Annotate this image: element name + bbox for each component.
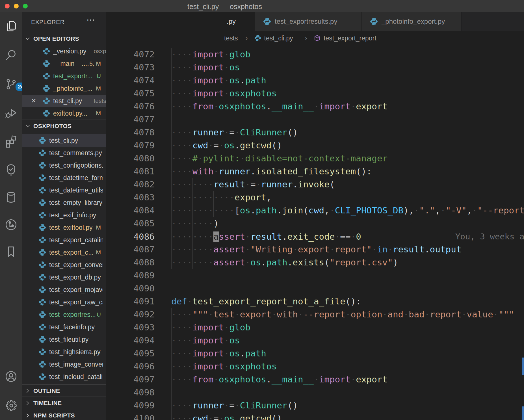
line-number: 4076 <box>106 100 155 112</box>
line-number: 4072 <box>106 48 155 60</box>
section-header-project[interactable]: OSXPHOTOS <box>22 120 106 132</box>
tree-item[interactable]: test_faceinfo.py <box>22 321 106 333</box>
gitlens-icon[interactable] <box>5 218 18 231</box>
code-line-4084[interactable]: 4084············[os.path.join(cwd,·CLI_P… <box>106 204 524 217</box>
explorer-more-actions-icon[interactable]: ⋯ <box>86 15 96 25</box>
extensions-icon[interactable] <box>5 135 18 148</box>
code-line-4099[interactable]: 4099····runner·=·CliRunner() <box>106 399 524 412</box>
code-line-4073[interactable]: 4073····import·os <box>106 61 524 74</box>
python-file-icon <box>42 60 50 68</box>
open-editor-item[interactable]: _photoinfo_...M <box>22 82 106 95</box>
code-line-4072[interactable]: 4072····import·glob <box>106 48 524 61</box>
file-name: test_export_catalin... <box>49 236 103 244</box>
explorer-icon[interactable] <box>5 20 18 33</box>
file-name: test_exportr... <box>53 72 92 80</box>
open-editor-item[interactable]: test_exportr...U <box>22 70 106 82</box>
tree-item[interactable]: test_export_db.py <box>22 271 106 283</box>
source-control-icon[interactable]: 24 <box>5 78 18 91</box>
file-path-hint: tests <box>94 98 106 104</box>
close-window-button[interactable] <box>5 4 10 8</box>
tree-item[interactable]: test_comments.py <box>22 147 106 159</box>
tree-item[interactable]: test_configoptions.... <box>22 159 106 172</box>
tree-item[interactable]: test_export_raw_ca... <box>22 296 106 308</box>
code-line-4089[interactable]: 4089 <box>106 269 524 282</box>
code-line-4083[interactable]: 4083············export, <box>106 191 524 204</box>
code-line-4100[interactable]: 4100····cwd·=·os.getcwd() <box>106 412 524 420</box>
explorer-sidebar: EXPLORER ⋯ OPEN EDITORS_version.pyosxp..… <box>22 12 106 420</box>
account-icon[interactable] <box>5 370 18 383</box>
code-text: ····"""·test·export·with·--report·option… <box>171 308 514 321</box>
database-icon[interactable] <box>5 191 18 204</box>
code-line-4074[interactable]: 4074····import·os.path <box>106 74 524 87</box>
code-line-4098[interactable]: 4098 <box>106 386 524 399</box>
code-line-4090[interactable]: 4090 <box>106 282 524 295</box>
open-editor-item[interactable]: __main__....5, M <box>22 57 106 70</box>
code-line-4097[interactable]: 4097····from·osxphotos.__main__·import·e… <box>106 373 524 386</box>
code-line-4095[interactable]: 4095····import·os.path <box>106 347 524 360</box>
code-line-4093[interactable]: 4093····import·glob <box>106 321 524 334</box>
settings-icon[interactable] <box>5 399 18 412</box>
tree-item[interactable]: test_exportres...U <box>22 308 106 321</box>
tree-item[interactable]: test_datetime_utils.... <box>22 184 106 196</box>
open-editor-item[interactable]: _version.pyosxp... <box>22 45 106 57</box>
run-debug-icon[interactable] <box>5 107 18 120</box>
section-header-timeline[interactable]: TIMELINE <box>22 397 106 409</box>
code-line-4076[interactable]: 4076····from·osxphotos.__main__·import·e… <box>106 100 524 113</box>
close-editor-icon[interactable]: ✕ <box>31 97 36 105</box>
tree-item[interactable]: test_fileutil.py <box>22 333 106 346</box>
python-file-icon <box>38 360 46 368</box>
tree-item[interactable]: test_cli.py <box>22 134 106 147</box>
code-line-4079[interactable]: 4079····cwd·=·os.getcwd() <box>106 139 524 152</box>
code-line-4086[interactable]: 4086········assert·result.exit_code·==·0… <box>106 230 524 243</box>
chevron-right-icon <box>24 412 31 419</box>
line-number: 4099 <box>106 399 155 412</box>
tree-item[interactable]: test_datetime_form... <box>22 172 106 184</box>
code-line-4092[interactable]: 4092····"""·test·export·with·--report·op… <box>106 308 524 321</box>
python-file-icon <box>38 186 46 194</box>
python-file-icon <box>42 97 50 105</box>
section-header-open-editors[interactable]: OPEN EDITORS <box>22 33 106 45</box>
testing-tree-icon[interactable] <box>5 163 18 176</box>
git-status-badge: M <box>96 85 101 92</box>
code-text: ····import·os <box>171 61 240 73</box>
code-line-4085[interactable]: 4085········) <box>106 217 524 230</box>
open-editor-item[interactable]: ✕test_cli.pytests <box>22 95 106 107</box>
tree-item[interactable]: test_incloud_catali... <box>22 371 106 383</box>
tree-item[interactable]: test_exiftool.pyM <box>22 221 106 234</box>
code-line-4094[interactable]: 4094····import·os <box>106 334 524 347</box>
tree-item[interactable]: test_export_catalin... <box>22 234 106 246</box>
code-line-4080[interactable]: 4080····#·pylint:·disable=not-context-ma… <box>106 152 524 165</box>
tree-item[interactable]: test_exif_info.py <box>22 209 106 221</box>
code-editor[interactable]: 4072····import·glob4073····import·os4074… <box>106 0 524 420</box>
python-file-icon <box>38 286 46 294</box>
code-line-4096[interactable]: 4096····import·osxphotos <box>106 360 524 373</box>
python-file-icon <box>38 348 46 356</box>
section-header-npm-scripts[interactable]: NPM SCRIPTS <box>22 409 106 420</box>
tree-item[interactable]: test_image_convert... <box>22 358 106 371</box>
code-line-4077[interactable]: 4077 <box>106 113 524 126</box>
code-line-4081[interactable]: 4081····with·runner.isolated_filesystem(… <box>106 165 524 178</box>
code-text: ····from·osxphotos.__main__·import·expor… <box>171 100 387 112</box>
tree-item[interactable]: test_export_conver... <box>22 259 106 271</box>
tree-item[interactable]: test_empty_library_... <box>22 196 106 209</box>
section-header-outline[interactable]: OUTLINE <box>22 384 106 397</box>
tree-item[interactable]: test_export_mojave... <box>22 283 106 296</box>
code-line-4078[interactable]: 4078····runner·=·CliRunner() <box>106 126 524 139</box>
line-number: 4092 <box>106 308 155 321</box>
section-label: OPEN EDITORS <box>33 35 79 42</box>
code-line-4075[interactable]: 4075····import·osxphotos <box>106 87 524 100</box>
bookmarks-icon[interactable] <box>5 245 18 258</box>
code-line-4091[interactable]: 4091def·test_export_report_not_a_file(): <box>106 295 524 308</box>
file-name: test_datetime_utils.... <box>49 187 103 194</box>
zoom-window-button[interactable] <box>23 4 28 8</box>
python-file-icon <box>38 149 46 157</box>
minimize-window-button[interactable] <box>14 4 19 8</box>
open-editor-item[interactable]: exiftool.py...M <box>22 107 106 120</box>
search-icon[interactable] <box>5 49 18 62</box>
tree-item[interactable]: test_highsierra.py <box>22 346 106 358</box>
file-name: test_empty_library_... <box>49 199 103 207</box>
tree-item[interactable]: test_export_c...M <box>22 246 106 259</box>
code-line-4088[interactable]: 4088········assert·os.path.exists("repor… <box>106 256 524 269</box>
code-line-4082[interactable]: 4082········result·=·runner.invoke( <box>106 178 524 191</box>
code-line-4087[interactable]: 4087········assert·"Writing·export·repor… <box>106 243 524 256</box>
